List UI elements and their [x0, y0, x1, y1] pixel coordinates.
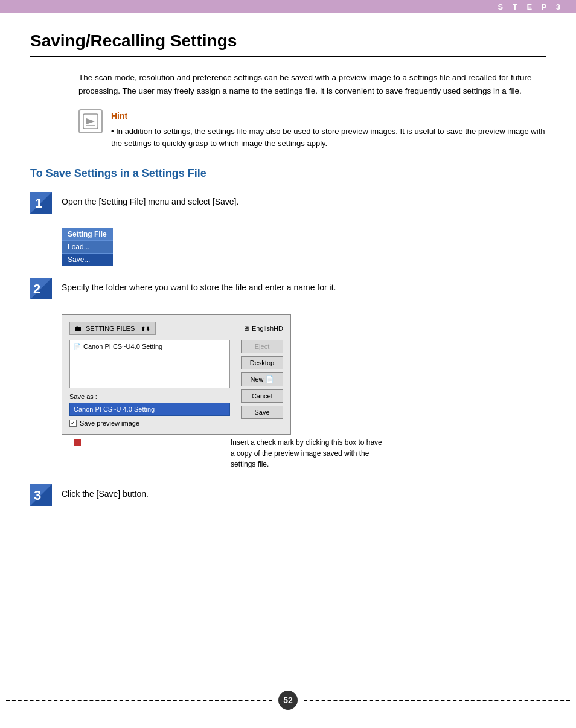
hint-title: Hint [111, 109, 546, 123]
dialog-screenshot: 🖿 SETTING FILES ⬆⬇ 🖥 EnglishHD 📄 Canon P… [62, 314, 291, 435]
callout-text: Insert a check mark by clicking this box… [231, 437, 388, 470]
folder-name: SETTING FILES [86, 325, 135, 332]
section-heading: To Save Settings in a Settings File [30, 167, 546, 180]
step-3: 3 Click the [Save] button. [30, 484, 546, 506]
page-number: 52 [278, 691, 298, 710]
svg-marker-1 [86, 118, 95, 124]
dialog-file-item: 📄 Canon PI CS~U4.0 Setting [74, 343, 162, 350]
step-2: 2 Specify the folder where you want to s… [30, 278, 546, 299]
callout-area: Insert a check mark by clicking this box… [62, 437, 546, 470]
menu-bar-title: Setting File [62, 228, 113, 240]
file-name: Canon PI CS~U4.0 Setting [83, 343, 162, 350]
main-content: Saving/Recalling Settings The scan mode,… [0, 13, 576, 544]
svg-text:1: 1 [35, 196, 42, 211]
dialog-folder-selector[interactable]: 🖿 SETTING FILES ⬆⬇ [69, 322, 156, 335]
svg-text:3: 3 [34, 488, 41, 503]
hint-box: Hint • In addition to settings, the sett… [78, 109, 546, 150]
arrow-right-icon [83, 113, 98, 129]
new-button[interactable]: New 📄 [241, 372, 283, 386]
callout-line [81, 442, 226, 442]
step-3-number: 3 [30, 484, 52, 506]
drive-name: EnglishHD [252, 325, 283, 332]
step-label: S T E P 3 [498, 2, 564, 11]
menu-item-save: Save... [62, 253, 113, 266]
menu-item-load: Load... [62, 240, 113, 253]
eject-button[interactable]: Eject [241, 340, 283, 353]
top-bar: S T E P 3 [0, 0, 576, 13]
saveas-label: Save as : [69, 393, 230, 400]
hint-icon [78, 109, 103, 133]
folder-arrow: ⬆⬇ [141, 325, 150, 332]
step-2-text: Specify the folder where you want to sto… [62, 278, 336, 294]
page-title: Saving/Recalling Settings [30, 31, 546, 51]
folder-icon: 🖿 [75, 324, 82, 333]
dashed-line-right [304, 700, 570, 701]
dialog-file-list: 📄 Canon PI CS~U4.0 Setting [69, 340, 230, 388]
title-divider [30, 56, 546, 57]
save-button[interactable]: Save [241, 406, 283, 419]
checkbox-row: ✓ Save preview image [69, 420, 230, 427]
callout-marker [74, 439, 81, 446]
dialog-top-row: 🖿 SETTING FILES ⬆⬇ 🖥 EnglishHD [69, 322, 283, 335]
menu-screenshot: Setting File Load... Save... [62, 228, 113, 266]
dialog-right-buttons: Eject Desktop New 📄 Cancel Save [241, 340, 283, 427]
hint-text: • In addition to settings, the settings … [111, 127, 545, 148]
file-icon: 📄 [74, 343, 81, 350]
dialog-left: 📄 Canon PI CS~U4.0 Setting Save as : Can… [69, 340, 230, 427]
step-2-number: 2 [30, 278, 52, 299]
desktop-button[interactable]: Desktop [241, 356, 283, 369]
svg-text:2: 2 [33, 281, 40, 296]
step-2-icon: 2 [30, 278, 52, 299]
new-doc-icon: 📄 [263, 375, 274, 383]
page-footer: 52 [0, 691, 576, 710]
dialog-drive: 🖥 EnglishHD [243, 325, 283, 332]
step-1-icon: 1 [30, 192, 52, 214]
dashed-line-left [6, 700, 272, 701]
drive-icon: 🖥 [243, 325, 249, 332]
dialog-layout: 📄 Canon PI CS~U4.0 Setting Save as : Can… [69, 340, 283, 427]
step-1-text: Open the [Setting File] menu and select … [62, 192, 238, 208]
callout-line-container: Insert a check mark by clicking this box… [62, 437, 546, 470]
cancel-button[interactable]: Cancel [241, 389, 283, 403]
hint-content: Hint • In addition to settings, the sett… [111, 109, 546, 150]
step-1-number: 1 [30, 192, 52, 214]
saveas-input[interactable]: Canon PI CS~U 4.0 Setting [69, 403, 230, 416]
save-preview-checkbox[interactable]: ✓ [69, 420, 77, 427]
intro-paragraph: The scan mode, resolution and preference… [78, 71, 546, 97]
step-3-text: Click the [Save] button. [62, 484, 149, 500]
step-1: 1 Open the [Setting File] menu and selec… [30, 192, 546, 214]
checkbox-label: Save preview image [80, 420, 139, 427]
step-3-icon: 3 [30, 484, 52, 506]
